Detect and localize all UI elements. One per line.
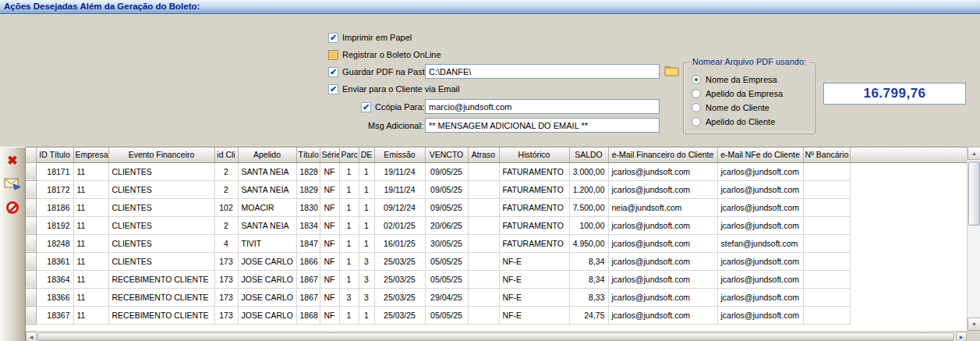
column-header[interactable]: Evento Financeiro <box>108 147 214 162</box>
radio-icon[interactable] <box>692 103 701 112</box>
checkbox-icon[interactable] <box>328 33 338 43</box>
row-selector[interactable] <box>26 288 36 306</box>
cell[interactable] <box>803 180 850 198</box>
cell[interactable]: RECEBIMENTO CLIENTE <box>108 306 214 324</box>
cell[interactable]: NF <box>320 252 339 270</box>
delete-button[interactable]: ✖ <box>2 151 23 171</box>
column-header[interactable]: e-Mail Financeiro do Cliente <box>608 147 717 162</box>
cell[interactable]: NF-E <box>499 270 569 288</box>
additional-message-input[interactable] <box>425 118 660 133</box>
column-header[interactable]: Nº Bancário <box>803 147 850 162</box>
cell[interactable] <box>468 288 499 306</box>
cell[interactable]: 1 <box>359 162 374 180</box>
cell[interactable]: FATURAMENTO <box>499 234 569 252</box>
scroll-down-button[interactable]: ▼ <box>968 318 980 331</box>
cell[interactable]: 4.950,00 <box>569 234 608 252</box>
cell[interactable]: 173 <box>214 306 238 324</box>
cell[interactable]: 20/06/25 <box>425 216 468 234</box>
cell[interactable]: NF <box>320 288 339 306</box>
cell[interactable]: 8,34 <box>569 270 608 288</box>
cell[interactable]: 11 <box>73 306 108 324</box>
checkbox-registrar-boleto-online[interactable]: Registrar o Boleto OnLine <box>328 48 441 61</box>
cell[interactable]: NF-E <box>499 252 569 270</box>
copy-email-input[interactable] <box>425 99 660 114</box>
horizontal-scroll-thumb[interactable] <box>37 332 954 341</box>
cell[interactable]: CLIENTES <box>108 216 214 234</box>
cell[interactable] <box>803 252 850 270</box>
cell[interactable] <box>468 270 499 288</box>
cell[interactable]: 18366 <box>36 288 73 306</box>
cell[interactable]: 173 <box>214 288 238 306</box>
cell[interactable]: 16/01/25 <box>374 234 425 252</box>
cell[interactable]: 29/04/25 <box>425 288 468 306</box>
cell[interactable] <box>803 306 850 324</box>
browse-folder-button[interactable] <box>663 64 680 79</box>
radio-option[interactable]: Apelido do Cliente <box>692 115 815 129</box>
row-selector-header[interactable] <box>26 147 36 162</box>
cell[interactable]: 1834 <box>296 216 320 234</box>
cell[interactable]: 1866 <box>296 252 320 270</box>
cell[interactable]: 11 <box>73 162 108 180</box>
column-header[interactable]: Parc <box>339 147 359 162</box>
cell[interactable]: 11 <box>73 180 108 198</box>
cell[interactable]: NF <box>320 198 339 216</box>
cell[interactable]: 100,00 <box>569 216 608 234</box>
cell[interactable]: 18192 <box>36 216 73 234</box>
cell[interactable]: 1867 <box>296 270 320 288</box>
cell[interactable]: 05/05/25 <box>425 306 468 324</box>
cell[interactable]: 1830 <box>296 198 320 216</box>
cell[interactable]: SANTA NEIA <box>238 216 296 234</box>
column-header[interactable]: e-Mail NFe do Cliente <box>717 147 803 162</box>
cell[interactable]: 1 <box>339 216 359 234</box>
radio-icon[interactable] <box>692 117 701 126</box>
checkbox-icon[interactable] <box>361 102 371 112</box>
cell[interactable] <box>803 216 850 234</box>
cell[interactable]: MOACIR <box>238 198 296 216</box>
cell[interactable]: 2 <box>214 180 238 198</box>
cell[interactable]: CLIENTES <box>108 162 214 180</box>
column-header[interactable]: VENCTO <box>425 147 468 162</box>
cell[interactable]: 05/05/25 <box>425 252 468 270</box>
cell[interactable]: 4 <box>214 234 238 252</box>
cell[interactable]: 3 <box>359 252 374 270</box>
row-selector[interactable] <box>26 252 36 270</box>
column-header[interactable]: Empresa <box>73 147 108 162</box>
send-email-button[interactable] <box>2 174 23 194</box>
cell[interactable] <box>468 306 499 324</box>
cell[interactable]: stefan@jundsoft.com <box>717 234 803 252</box>
column-header[interactable]: Apelido <box>238 147 296 162</box>
cell[interactable]: 1 <box>339 198 359 216</box>
cell[interactable]: FATURAMENTO <box>499 162 569 180</box>
cell[interactable]: 1 <box>359 180 374 198</box>
cell[interactable]: 18364 <box>36 270 73 288</box>
table-row[interactable]: 1818611CLIENTES102MOACIR1830NF1109/12/24… <box>26 198 967 216</box>
cell[interactable]: 1867 <box>296 288 320 306</box>
cell[interactable]: 18367 <box>36 306 73 324</box>
checkbox-icon[interactable] <box>328 84 338 94</box>
cell[interactable]: JOSE CARLO <box>238 270 296 288</box>
vertical-scrollbar[interactable]: ▲ ▼ <box>967 147 980 331</box>
cell[interactable]: jcarlos@jundsoft.com <box>608 252 717 270</box>
cell[interactable] <box>803 162 850 180</box>
column-header[interactable]: Série <box>320 147 339 162</box>
row-selector[interactable] <box>26 216 36 234</box>
checkbox-enviar-email[interactable]: Enviar para o Cliente via Email <box>328 83 459 95</box>
cell[interactable]: jcarlos@jundsoft.com <box>717 288 803 306</box>
cell[interactable]: 02/01/25 <box>374 216 425 234</box>
cell[interactable]: 7.500,00 <box>569 198 608 216</box>
cell[interactable]: 18171 <box>36 162 73 180</box>
cell[interactable]: CLIENTES <box>108 180 214 198</box>
cell[interactable]: 1868 <box>296 306 320 324</box>
cell[interactable]: 18248 <box>36 234 73 252</box>
cell[interactable]: jcarlos@jundsoft.com <box>608 270 717 288</box>
cell[interactable]: 09/05/25 <box>425 198 468 216</box>
cell[interactable]: 25/03/25 <box>374 252 425 270</box>
checkbox-copia-para[interactable]: Ccópia Para: <box>361 101 425 113</box>
cell[interactable]: 18186 <box>36 198 73 216</box>
cell[interactable]: 2 <box>214 162 238 180</box>
radio-option[interactable]: Nome da Empresa <box>692 73 815 87</box>
cell[interactable]: JOSE CARLO <box>238 306 296 324</box>
cell[interactable]: JOSE CARLO <box>238 252 296 270</box>
row-selector[interactable] <box>26 234 36 252</box>
radio-option[interactable]: Apelido da Empresa <box>692 87 815 101</box>
